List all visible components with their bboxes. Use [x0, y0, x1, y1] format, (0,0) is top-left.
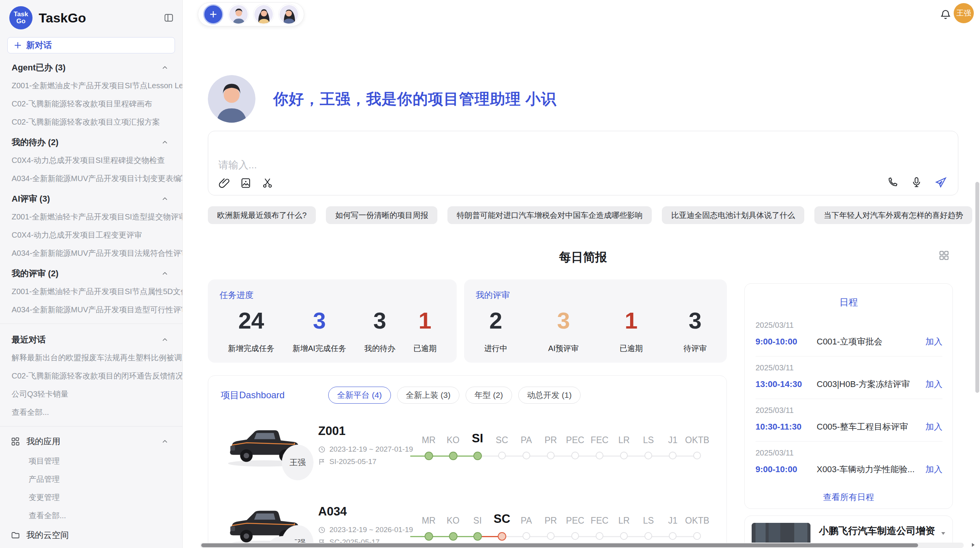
section-header-recent-chats[interactable]: 最近对话 — [0, 329, 182, 349]
user-avatar[interactable]: 王强 — [954, 3, 974, 23]
agent-avatar-3[interactable] — [279, 4, 299, 24]
schedule-date: 2025/03/11 — [756, 321, 942, 330]
sidebar-item[interactable]: C0X4-动力总成开发项目SI里程碑提交物检查 — [0, 151, 182, 170]
assistant-avatar — [208, 75, 255, 123]
recent-chat-item[interactable]: 解释最新出台的欧盟报废车法规再生塑料比例被调至15%... — [0, 349, 182, 367]
milestone-oktb: OKTB — [685, 510, 709, 541]
recent-view-all-link[interactable]: 查看全部... — [0, 403, 182, 421]
filter-powertrain[interactable]: 动总开发 (1) — [518, 387, 581, 404]
attachment-icon[interactable] — [218, 177, 230, 189]
section-title: 我的评审 (2) — [12, 268, 58, 279]
scissors-icon[interactable] — [262, 177, 273, 189]
chevron-up-icon[interactable] — [161, 336, 168, 343]
sidebar-item[interactable]: A034-全新新能源MUV产品开发项目法规符合性评审 — [0, 244, 182, 262]
scroll-down-arrow-icon[interactable] — [940, 530, 946, 536]
milestone-dot — [571, 452, 579, 459]
schedule-item[interactable]: 2025/03/11 13:00-14:30 C003|H0B-方案冻结评审 加… — [756, 356, 942, 399]
layout-grid-icon[interactable] — [939, 250, 949, 261]
clock-icon — [318, 446, 326, 453]
horizontal-scrollbar-thumb[interactable] — [201, 543, 918, 547]
join-link[interactable]: 加入 — [925, 378, 942, 390]
sidebar-item[interactable]: A034-全新新能源MUV产品开发项目计划变更表编写 — [0, 170, 182, 188]
apps-grid-icon — [11, 437, 20, 446]
horizontal-scrollbar[interactable] — [200, 543, 964, 548]
chevron-up-icon[interactable] — [161, 270, 168, 277]
project-row-a034[interactable]: 王强 A034 2023-12-19 ~ 2026-01-19 SC-2025-… — [224, 498, 709, 548]
chevron-up-icon[interactable] — [161, 64, 168, 71]
milestone-dot — [547, 452, 555, 459]
sidebar-item[interactable]: Z001-全新燃油轻卡产品开发项目SI造型提交物评审 — [0, 208, 182, 226]
join-link[interactable]: 加入 — [925, 421, 942, 433]
suggestion-chip[interactable]: 如何写一份清晰的项目周报 — [326, 206, 437, 224]
notification-bell-icon[interactable] — [940, 9, 951, 20]
recent-chat-item[interactable]: C02-飞腾新能源轻客改款项目的闭环通告反馈情况 — [0, 367, 182, 385]
dashboard-title: 项目Dashboard — [221, 389, 328, 401]
join-link[interactable]: 加入 — [925, 336, 942, 348]
suggestion-chip[interactable]: 比亚迪全固态电池计划具体说了什么 — [662, 206, 804, 224]
section-header-agent-done[interactable]: Agent已办 (3) — [0, 57, 182, 77]
sidebar-collapse-icon[interactable] — [164, 13, 174, 23]
chat-input[interactable] — [208, 131, 866, 178]
image-icon[interactable] — [240, 177, 252, 189]
sidebar-item[interactable]: Z001-全新燃油轻卡产品开发项目SI节点属性5D文件评审 — [0, 283, 182, 301]
suggestion-chip[interactable]: 欧洲新规最近颁布了什么? — [208, 206, 316, 224]
milestone-dot — [644, 532, 652, 540]
filter-year-model[interactable]: 年型 (2) — [466, 387, 512, 404]
milestone-dot — [523, 532, 530, 540]
project-flag-date: SI-2025-05-17 — [329, 457, 376, 466]
milestone-dot — [669, 452, 677, 459]
sidebar-item[interactable]: A034-全新新能源MUV产品开发项目造型可行性评审 — [0, 301, 182, 319]
project-owner-badge: 王强 — [282, 445, 314, 480]
agent-avatar-2[interactable] — [254, 4, 274, 24]
add-agent-button[interactable] — [203, 4, 223, 24]
sidebar: Task Go TaskGo 新对话 Agent已办 (3) Z001-全新燃油… — [0, 0, 183, 548]
sidebar-item[interactable]: Z001-全新燃油皮卡产品开发项目SI节点Lesson Learn报告 — [0, 77, 182, 95]
agent-avatar-1[interactable] — [228, 4, 248, 24]
main-area: 王强 你好，王强，我是你的项目管理助理 小识 欧洲新规最近颁布了什么? 如何写一… — [183, 0, 980, 548]
project-row-z001[interactable]: 王强 Z001 2023-12-19 ~ 2027-01-19 SI-2025-… — [224, 418, 709, 473]
schedule-item[interactable]: 2025/03/11 10:30-11:30 C005-整车工程目标评审 加入 — [756, 399, 942, 442]
scroll-right-arrow-icon[interactable] — [970, 542, 976, 548]
news-title: 小鹏飞行汽车制造公司增资 — [819, 524, 946, 537]
send-icon[interactable] — [935, 176, 947, 189]
section-header-my-todo[interactable]: 我的待办 (2) — [0, 131, 182, 151]
join-link[interactable]: 加入 — [925, 464, 942, 475]
chevron-up-icon[interactable] — [161, 195, 168, 202]
composer-left-tools — [218, 177, 273, 189]
chevron-up-icon[interactable] — [161, 139, 168, 146]
flag-icon — [318, 458, 326, 466]
sidebar-item-my-apps[interactable]: 我的应用 — [0, 431, 182, 452]
chevron-up-icon[interactable] — [161, 438, 168, 445]
filter-new-body[interactable]: 全新上装 (3) — [397, 387, 460, 404]
suggestion-chips: 欧洲新规最近颁布了什么? 如何写一份清晰的项目周报 特朗普可能对进口汽车增税会对… — [208, 206, 958, 224]
phone-icon[interactable] — [887, 176, 898, 189]
apps-view-all-link[interactable]: 查看全部... — [0, 507, 182, 525]
section-header-my-review[interactable]: 我的评审 (2) — [0, 262, 182, 283]
schedule-time: 9:00-10:00 — [756, 464, 817, 474]
suggestion-chip[interactable]: 当下年轻人对汽车外观有怎样的喜好趋势 — [814, 206, 972, 224]
app-link-change-mgmt[interactable]: 变更管理 — [0, 488, 182, 507]
new-chat-button[interactable]: 新对话 — [7, 37, 175, 53]
stat-pending-review: 3 待评审 — [684, 307, 707, 354]
new-chat-label: 新对话 — [26, 39, 52, 51]
schedule-item[interactable]: 2025/03/11 9:00-10:00 X003-车辆动力学性能验... 加… — [756, 442, 942, 484]
sidebar-item[interactable]: C02-飞腾新能源轻客改款项目里程碑画布 — [0, 95, 182, 113]
suggestion-chip[interactable]: 特朗普可能对进口汽车增税会对中国车企造成哪些影响 — [447, 206, 652, 224]
microphone-icon[interactable] — [911, 176, 922, 189]
vertical-scrollbar-thumb[interactable] — [975, 182, 979, 393]
app-link-product-mgmt[interactable]: 产品管理 — [0, 470, 182, 488]
milestone-dot — [669, 532, 677, 540]
schedule-item[interactable]: 2025/03/11 9:00-10:00 C001-立项审批会 加入 — [756, 314, 942, 356]
section-header-ai-review[interactable]: AI评审 (3) — [0, 188, 182, 208]
sidebar-item-favorites[interactable]: 我的收藏 — [0, 546, 182, 548]
sidebar-item-cloud-space[interactable]: 我的云空间 — [0, 525, 182, 546]
app-link-project-mgmt[interactable]: 项目管理 — [0, 452, 182, 470]
stat-in-progress: 2 进行中 — [484, 307, 507, 354]
sidebar-item[interactable]: C02-飞腾新能源轻客改款项目立项汇报方案 — [0, 113, 182, 131]
sidebar-item[interactable]: C0X4-动力总成开发项目工程变更评审 — [0, 226, 182, 244]
stat-new-ai-completed: 3 新增AI完成任务 — [293, 307, 346, 354]
view-all-schedule-link[interactable]: 查看所有日程 — [745, 491, 953, 503]
milestone-dot — [547, 532, 555, 540]
filter-new-platform[interactable]: 全新平台 (4) — [328, 387, 391, 404]
recent-chat-item[interactable]: 公司Q3轻卡销量 — [0, 385, 182, 403]
